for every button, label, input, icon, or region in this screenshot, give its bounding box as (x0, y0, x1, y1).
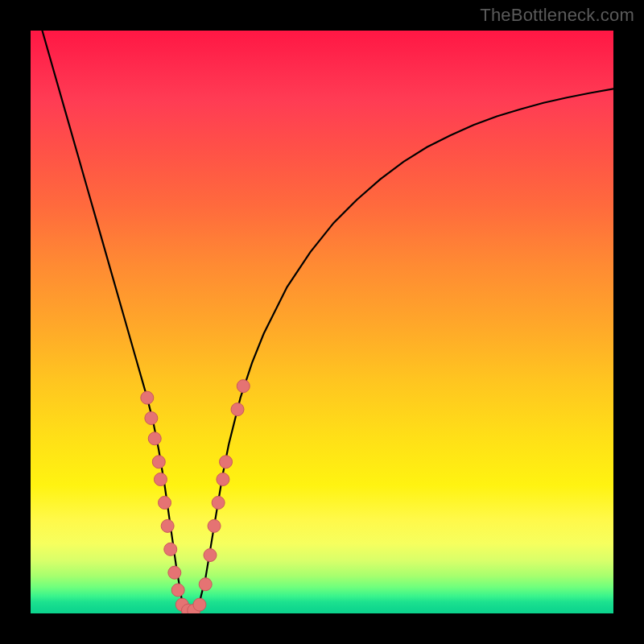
highlight-dot (154, 473, 167, 485)
highlight-dots (141, 380, 250, 613)
highlight-dot (231, 403, 244, 416)
highlight-dot (152, 456, 165, 469)
highlight-dot (168, 566, 181, 579)
highlight-dot (145, 411, 158, 424)
highlight-dot (148, 432, 161, 445)
highlight-dot (204, 549, 217, 562)
highlight-dot (217, 473, 229, 485)
highlight-dot (212, 496, 225, 509)
highlight-dot (193, 598, 206, 611)
highlight-dot (161, 519, 174, 532)
highlight-dot (237, 380, 250, 393)
highlight-dot (141, 391, 154, 404)
chart-svg (31, 31, 613, 613)
highlight-dot (199, 578, 212, 591)
highlight-dot (220, 456, 233, 469)
watermark-label: TheBottleneck.com (480, 5, 634, 26)
highlight-dot (159, 496, 171, 509)
bottleneck-curve (42, 31, 613, 613)
plot-area (31, 31, 613, 613)
highlight-dot (208, 519, 221, 532)
highlight-dot (171, 584, 184, 597)
highlight-dot (164, 543, 177, 555)
chart-frame: TheBottleneck.com (0, 0, 644, 644)
